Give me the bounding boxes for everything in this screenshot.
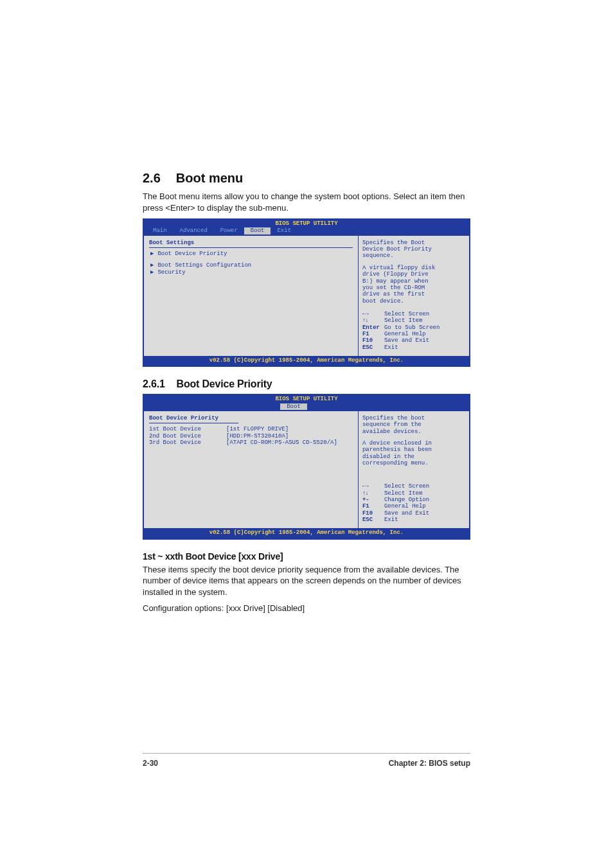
bios-tabs: Main Advanced Power Boot Exit [143,227,470,235]
arrows-ud-icon: ↑↓ [362,490,384,497]
bios-title: BIOS SETUP UTILITY [143,394,470,403]
menu-boot-device-priority[interactable]: ▶ Boot Device Priority [149,251,353,257]
key-label: F1 [362,503,384,509]
bios-submenu-title: Boot Settings [149,240,353,246]
help-text: parenthesis has been [362,447,465,453]
key-label: Enter [362,324,384,331]
help-text: A device enclosed in [362,440,465,447]
boot-device-3[interactable]: 3rd Boot Device [ATAPI CD-ROM:PS-ASUS CD… [149,439,353,446]
help-text: Specifies the Boot [362,240,465,246]
key-desc: General Help [384,331,426,337]
help-text: B:) may appear when [362,278,465,285]
menu-security[interactable]: ▶ Security [149,269,353,276]
intro-paragraph: The Boot menu items allow you to change … [143,191,470,213]
key-desc: Select Item [384,490,422,497]
key-label: +- [362,497,384,503]
key-desc: Select Screen [384,483,429,490]
key-desc: Change Option [384,497,429,503]
menu-label: Boot Settings Configuration [157,262,251,269]
help-text: sequence from the [362,421,465,428]
arrows-lr-icon: ←→ [362,311,384,317]
key-label: F10 [362,337,384,344]
key-label: F10 [362,510,384,517]
key-desc: General Help [384,503,426,509]
chapter-label: Chapter 2: BIOS setup [389,759,470,768]
triangle-icon: ▶ [150,262,154,269]
device-value: [HDD:PM-ST320410A] [226,433,289,439]
setting-description: These items specify the boot device prio… [143,564,470,598]
bios-tab-boot[interactable]: Boot [244,227,271,234]
help-text: availabe devices. [362,429,465,435]
menu-label: Boot Device Priority [157,251,227,257]
bios-screenshot-boot-settings: BIOS SETUP UTILITY Main Advanced Power B… [143,218,470,367]
bios-submenu-title: Boot Device Priority [149,415,353,421]
page-footer: 2-30 Chapter 2: BIOS setup [143,753,470,768]
help-text: corresponding menu. [362,460,465,466]
help-text: disabled in the [362,454,465,460]
bios-footer: v02.58 (C)Copyright 1985-2004, American … [143,356,470,367]
help-text: Specifies the boot [362,415,465,421]
key-label: F1 [362,331,384,337]
help-text: boot device. [362,298,465,305]
boot-device-2[interactable]: 2nd Boot Device [HDD:PM-ST320410A] [149,433,353,439]
help-text: drive as the first [362,291,465,297]
bios-tab-boot[interactable]: Boot [280,403,307,410]
bios-right-pane: Specifies the boot sequence from the ava… [359,411,469,528]
device-value: [ATAPI CD-ROM:PS-ASUS CD-S520/A] [226,439,337,446]
bios-tabs: Boot [143,403,470,411]
help-text: you set the CD-ROM [362,285,465,291]
subsection-heading: 2.6.1Boot Device Priority [143,378,470,390]
key-label: ESC [362,517,384,523]
key-desc: Save and Exit [384,510,429,517]
key-desc: Select Screen [384,311,429,317]
subsection-title: Boot Device Priority [177,378,272,389]
menu-label: Security [157,269,185,276]
device-label: 3rd Boot Device [149,439,226,446]
bios-title: BIOS SETUP UTILITY [143,218,470,227]
help-text: sequence. [362,252,465,259]
divider [149,247,353,248]
key-desc: Exit [384,344,398,351]
page-number: 2-30 [143,759,158,768]
footer-divider [143,753,470,754]
boot-device-1[interactable]: 1st Boot Device [1st FLOPPY DRIVE] [149,426,353,432]
bios-tab-exit[interactable]: Exit [271,227,298,234]
device-label: 2nd Boot Device [149,433,226,439]
setting-heading: 1st ~ xxth Boot Device [xxx Drive] [143,551,470,562]
key-desc: Save and Exit [384,337,429,344]
setting-config-options: Configuration options: [xxx Drive] [Disa… [143,603,470,614]
bios-tab-power[interactable]: Power [214,227,244,234]
key-desc: Select Item [384,317,422,324]
arrows-lr-icon: ←→ [362,483,384,490]
key-desc: Go to Sub Screen [384,324,440,331]
bios-screenshot-boot-device-priority: BIOS SETUP UTILITY Boot Boot Device Prio… [143,394,470,540]
key-desc: Exit [384,517,398,523]
key-label: ESC [362,344,384,351]
device-label: 1st Boot Device [149,426,226,432]
menu-boot-settings-config[interactable]: ▶ Boot Settings Configuration [149,262,353,269]
divider [149,423,238,423]
section-number: 2.6 [143,171,161,186]
bios-tab-main[interactable]: Main [147,227,173,234]
help-text: drive (Floppy Drive [362,271,465,278]
bios-right-pane: Specifies the Boot Device Boot Priority … [359,236,469,356]
bios-left-pane: Boot Device Priority 1st Boot Device [1s… [144,411,359,528]
section-title: Boot menu [176,171,243,185]
triangle-icon: ▶ [150,251,154,257]
bios-key-legend: ←→Select Screen ↑↓Select Item EnterGo to… [362,311,465,351]
bios-left-pane: Boot Settings ▶ Boot Device Priority ▶ B… [144,236,359,356]
bios-tab-advanced[interactable]: Advanced [173,227,214,234]
arrows-ud-icon: ↑↓ [362,317,384,324]
triangle-icon: ▶ [150,269,154,276]
help-text: A virtual floppy disk [362,265,465,271]
subsection-number: 2.6.1 [143,378,165,390]
bios-footer: v02.58 (C)Copyright 1985-2004, American … [143,528,470,539]
bios-key-legend: ←→Select Screen ↑↓Select Item +-Change O… [362,483,465,523]
section-heading: 2.6Boot menu [143,171,470,186]
help-text: Device Boot Priority [362,246,465,252]
device-value: [1st FLOPPY DRIVE] [226,426,289,432]
